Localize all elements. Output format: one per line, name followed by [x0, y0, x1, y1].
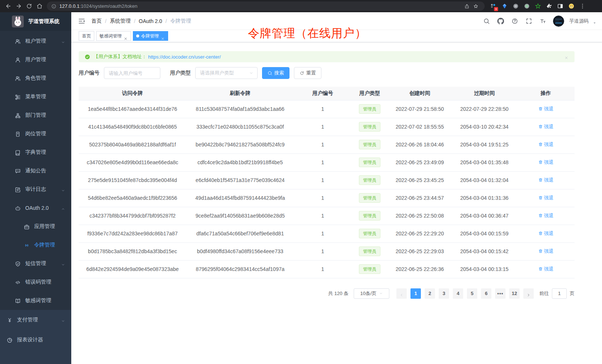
sidebar-logo[interactable]: 芋道管理系统 — [0, 12, 71, 31]
sidebar-item-label: 菜单管理 — [25, 93, 46, 100]
sidebar-item[interactable]: 菜单管理 — [0, 87, 71, 106]
split-screen-icon[interactable] — [555, 1, 565, 11]
trash-icon — [538, 142, 543, 147]
sidebar-item[interactable]: 令牌管理 — [0, 236, 71, 254]
token-table-body: 1ea5e44f8bc1467aaede43144f31de76811c5304… — [79, 100, 575, 278]
force-logout-button[interactable]: 强退 — [538, 123, 554, 130]
force-logout-button[interactable]: 强退 — [538, 141, 554, 148]
page-size-select[interactable]: 10条/页 — [354, 288, 389, 299]
browser-chrome: 127.0.0.1:1024/system/oauth2/token 9 — [0, 0, 602, 12]
sidebar-item[interactable]: 用户管理 — [0, 50, 71, 69]
force-logout-button[interactable]: 强退 — [538, 230, 554, 237]
tab-令牌管理[interactable]: 令牌管理 — [133, 31, 168, 41]
page-button[interactable]: 12 — [509, 288, 520, 299]
share-icon[interactable] — [462, 4, 471, 9]
breadcrumb-separator: / — [105, 18, 107, 24]
reload-icon[interactable] — [24, 1, 34, 11]
extensions-grid-icon[interactable]: 9 — [488, 1, 498, 11]
sidebar-item[interactable]: 部门管理 — [0, 106, 71, 125]
next-page-button[interactable] — [523, 288, 534, 299]
force-logout-button[interactable]: 强退 — [538, 212, 554, 219]
oauth-icon — [15, 205, 21, 211]
sidebar-item-label: 审计日志 — [25, 186, 46, 193]
sidebar-item-label: 岗位管理 — [25, 130, 46, 137]
sidebar-item[interactable]: 敏感词管理 — [0, 291, 71, 310]
user-type-select[interactable]: 请选择用户类型 — [195, 67, 258, 79]
page-button[interactable]: 2 — [425, 288, 435, 299]
back-icon[interactable] — [3, 1, 13, 11]
forward-icon[interactable] — [13, 1, 24, 11]
page-button[interactable]: 3 — [439, 288, 449, 299]
page-button[interactable]: 5 — [467, 288, 477, 299]
table-row: c347026e805e4d99b0d116eae66eda8ccdfc4ce9… — [79, 153, 575, 171]
expire-time-cell: 2054-03-04 00:13:15 — [452, 260, 517, 278]
page-button[interactable]: 1 — [410, 288, 421, 299]
user-name[interactable]: 芋道源码 — [569, 18, 589, 24]
force-logout-button[interactable]: 强退 — [538, 266, 554, 272]
page-button[interactable]: 6 — [481, 288, 491, 299]
address-bar[interactable]: 127.0.0.1:1024/system/oauth2/token — [47, 1, 485, 11]
github-icon[interactable] — [495, 16, 506, 27]
sidebar-item[interactable]: 租户管理 — [0, 32, 71, 50]
sidebar-item[interactable]: 报表设计器 — [0, 330, 71, 350]
record-circle-icon[interactable] — [522, 1, 531, 11]
access-token-cell: 275e5de9151045fe87cbdc395e004f4d — [79, 171, 186, 189]
force-logout-button[interactable]: 强退 — [538, 195, 554, 201]
fullscreen-icon[interactable] — [523, 16, 534, 27]
sidebar-item[interactable]: 短信管理 — [0, 254, 71, 273]
access-token-cell: 1ea5e44f8bc1467aaede43144f31de76 — [79, 100, 186, 118]
caret-down-icon[interactable] — [592, 20, 597, 24]
user-id-cell: 1 — [294, 207, 351, 225]
tab-首页[interactable]: 首页 — [79, 31, 94, 41]
sidebar-item[interactable]: OAuth 2.0 — [0, 199, 71, 217]
force-logout-button[interactable]: 强退 — [538, 248, 554, 255]
table-row: 1ea5e44f8bc1467aaede43144f31de76811c5304… — [79, 100, 575, 118]
doc-link[interactable]: https://doc.iocoder.cn/user-center/ — [148, 54, 221, 60]
page-button[interactable]: 4 — [453, 288, 463, 299]
force-logout-button[interactable]: 强退 — [538, 177, 554, 183]
more-pages-button[interactable]: ••• — [495, 288, 506, 299]
breadcrumb-item[interactable]: OAuth 2.0 — [139, 18, 162, 24]
access-token-cell: 54d6be82ee5a460a9aedc1f9bf223656 — [79, 189, 186, 207]
search-button[interactable]: 搜索 — [262, 67, 289, 79]
access-token-cell: f9336e7c7dd242a283ee98dc86b17a87 — [79, 225, 186, 242]
user-avatar[interactable] — [553, 16, 564, 27]
sidebar-item[interactable]: 字典管理 — [0, 143, 71, 162]
breadcrumb-separator: / — [166, 18, 167, 24]
sidebar-item[interactable]: 岗位管理 — [0, 125, 71, 143]
breadcrumb-item[interactable]: 系统管理 — [110, 18, 131, 24]
menu-dots-icon[interactable] — [578, 1, 587, 11]
sidebar-item[interactable]: 支付管理 — [0, 310, 71, 330]
font-size-icon[interactable] — [537, 16, 549, 27]
green-star-icon[interactable] — [533, 1, 543, 11]
sidebar-item[interactable]: 应用管理 — [0, 217, 71, 236]
emoji-avatar-icon[interactable] — [566, 1, 576, 11]
alert-close-icon[interactable] — [564, 54, 569, 59]
puzzle-icon[interactable] — [544, 1, 554, 11]
sidebar-fold-icon[interactable] — [78, 17, 85, 25]
search-icon[interactable] — [481, 16, 492, 27]
doc-alert: 【用户体系】文档地址： https://doc.iocoder.cn/user-… — [79, 51, 575, 62]
tab-敏感词管理[interactable]: 敏感词管理 — [96, 31, 131, 41]
force-logout-button[interactable]: 强退 — [538, 159, 554, 166]
prev-page-button[interactable] — [396, 288, 407, 299]
reset-button[interactable]: 重置 — [294, 67, 321, 79]
sidebar-item[interactable]: 角色管理 — [0, 69, 71, 87]
command-circle-icon[interactable] — [511, 1, 520, 11]
gem-icon[interactable] — [500, 1, 509, 11]
home-icon[interactable] — [34, 1, 45, 11]
sidebar-item[interactable]: 错误码管理 — [0, 273, 71, 291]
sidebar-item[interactable]: 审计日志 — [0, 180, 71, 199]
bookmark-star-icon[interactable] — [471, 4, 480, 9]
breadcrumb-item[interactable]: 首页 — [91, 18, 102, 24]
sidebar-item-label: 租户管理 — [25, 38, 46, 44]
user-id-input[interactable] — [104, 67, 160, 79]
help-icon[interactable] — [509, 16, 520, 27]
expire-time-cell: 2022-07-29 22:28:50 — [452, 100, 517, 118]
close-icon — [124, 37, 128, 41]
extension-toolbar: 9 — [488, 1, 587, 11]
user-type-label: 用户类型 — [170, 70, 191, 76]
sidebar-item[interactable]: 通知公告 — [0, 162, 71, 180]
force-logout-button[interactable]: 强退 — [538, 106, 554, 112]
goto-page-input[interactable] — [552, 288, 567, 299]
